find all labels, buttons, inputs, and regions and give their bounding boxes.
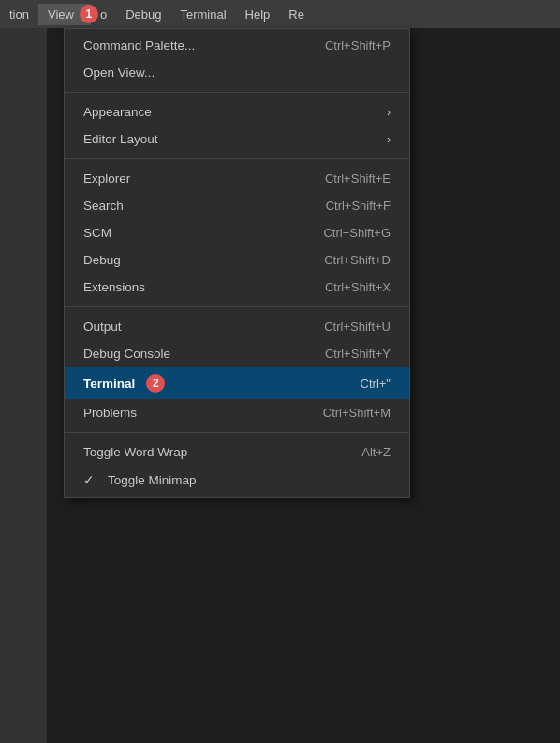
menu-label-command-palette: Command Palette...: [83, 38, 195, 52]
separator-1: [65, 92, 409, 93]
chevron-right-icon-editor-layout: ›: [387, 133, 391, 146]
menu-shortcut-debug-console: Ctrl+Shift+Y: [325, 347, 391, 361]
menu-item-explorer[interactable]: Explorer Ctrl+Shift+E: [65, 165, 409, 192]
menubar-label-tion: tion: [9, 7, 29, 22]
menu-item-editor-layout[interactable]: Editor Layout ›: [65, 126, 409, 153]
menu-item-debug-view[interactable]: Debug Ctrl+Shift+D: [65, 246, 409, 274]
menubar-label-view: View: [48, 7, 74, 22]
menu-shortcut-problems: Ctrl+Shift+M: [323, 406, 391, 420]
menubar-label-terminal: Terminal: [180, 7, 226, 22]
separator-2: [65, 158, 409, 159]
separator-4: [65, 432, 409, 433]
separator-3: [65, 306, 409, 307]
view-dropdown-menu: Command Palette... Ctrl+Shift+P Open Vie…: [64, 28, 410, 498]
menu-item-search[interactable]: Search Ctrl+Shift+F: [65, 192, 409, 219]
menu-shortcut-search: Ctrl+Shift+F: [326, 199, 391, 213]
menu-label-appearance: Appearance: [83, 105, 152, 119]
terminal-badge: 2: [146, 374, 165, 393]
menu-item-debug-console[interactable]: Debug Console Ctrl+Shift+Y: [65, 340, 409, 367]
menu-label-toggle-word-wrap: Toggle Word Wrap: [83, 445, 187, 459]
menu-shortcut-command-palette: Ctrl+Shift+P: [325, 38, 391, 52]
menu-shortcut-explorer: Ctrl+Shift+E: [325, 171, 391, 186]
menubar-label-re: Re: [288, 7, 304, 22]
menu-shortcut-terminal: Ctrl+": [361, 377, 391, 391]
menubar-item-view[interactable]: View 1: [38, 4, 91, 25]
menu-label-debug-console: Debug Console: [83, 347, 170, 361]
menu-label-search: Search: [83, 199, 124, 213]
menu-item-appearance[interactable]: Appearance ›: [65, 98, 409, 126]
menu-label-explorer: Explorer: [83, 171, 130, 186]
menu-item-open-view[interactable]: Open View...: [65, 59, 409, 86]
menu-item-output[interactable]: Output Ctrl+Shift+U: [65, 313, 409, 340]
menu-label-open-view: Open View...: [83, 66, 155, 80]
menu-shortcut-debug-view: Ctrl+Shift+D: [324, 253, 391, 267]
menu-item-toggle-minimap[interactable]: ✓ Toggle Minimap: [65, 466, 409, 494]
chevron-right-icon-appearance: ›: [387, 106, 391, 119]
menu-item-problems[interactable]: Problems Ctrl+Shift+M: [65, 399, 409, 426]
menu-label-extensions: Extensions: [83, 280, 145, 294]
menubar-label-go: o: [100, 7, 107, 22]
menubar-item-re[interactable]: Re: [279, 4, 314, 25]
menu-label-terminal: Terminal 2: [83, 374, 165, 393]
menubar-item-debug[interactable]: Debug: [116, 4, 170, 25]
menu-item-scm[interactable]: SCM Ctrl+Shift+G: [65, 219, 409, 246]
menu-item-toggle-word-wrap[interactable]: Toggle Word Wrap Alt+Z: [65, 438, 409, 466]
menubar-item-tion[interactable]: tion: [0, 4, 38, 25]
toggle-minimap-text: Toggle Minimap: [108, 473, 197, 487]
menu-label-problems: Problems: [83, 406, 137, 420]
menubar-item-go[interactable]: o: [91, 4, 116, 25]
menu-label-output: Output: [83, 319, 122, 334]
menubar: tion View 1 o Debug Terminal Help Re: [0, 0, 560, 28]
menu-shortcut-output: Ctrl+Shift+U: [324, 319, 391, 334]
menu-shortcut-extensions: Ctrl+Shift+X: [325, 280, 391, 294]
menu-label-toggle-minimap: ✓ Toggle Minimap: [83, 472, 197, 487]
menu-shortcut-scm: Ctrl+Shift+G: [323, 226, 391, 240]
menu-item-extensions[interactable]: Extensions Ctrl+Shift+X: [65, 274, 409, 301]
sidebar-background: [0, 28, 47, 743]
menubar-item-terminal[interactable]: Terminal: [170, 4, 235, 25]
menu-item-terminal[interactable]: Terminal 2 Ctrl+": [65, 367, 409, 399]
menubar-item-help[interactable]: Help: [236, 4, 280, 25]
menu-label-editor-layout: Editor Layout: [83, 132, 158, 146]
menu-shortcut-toggle-word-wrap: Alt+Z: [361, 445, 391, 459]
menu-label-scm: SCM: [83, 226, 111, 240]
menubar-label-help: Help: [245, 7, 271, 22]
checkmark-icon: ✓: [83, 472, 98, 487]
menu-label-debug-view: Debug: [83, 253, 121, 267]
menu-item-command-palette[interactable]: Command Palette... Ctrl+Shift+P: [65, 32, 409, 59]
menubar-label-debug: Debug: [125, 7, 161, 22]
